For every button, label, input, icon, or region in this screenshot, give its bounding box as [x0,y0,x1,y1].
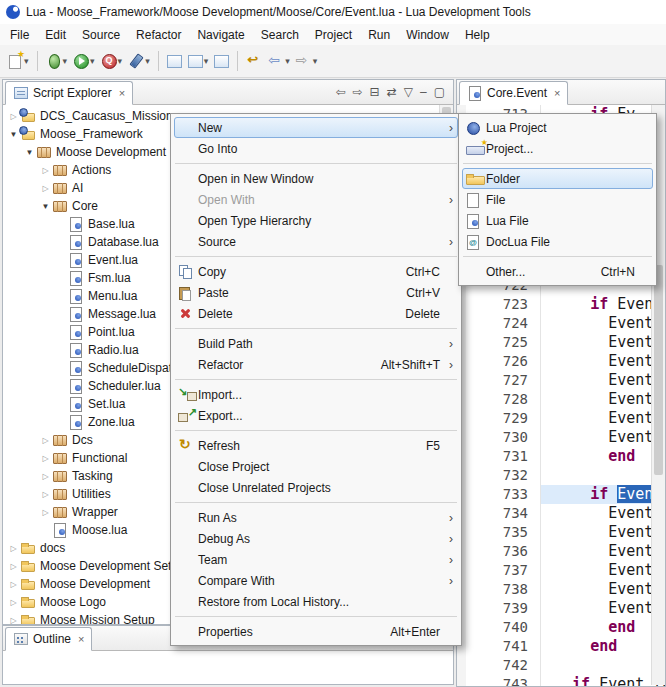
expander-icon[interactable]: ▷ [7,616,20,625]
code-line: 739 Event.I [457,599,665,618]
menu-search[interactable]: Search [253,26,307,44]
menu-item-folder[interactable]: Folder [462,168,653,189]
code-segment: Event.I [545,504,665,522]
menu-item-project[interactable]: Project... [462,138,653,159]
expander-icon[interactable]: ▷ [7,580,20,589]
back-icon[interactable]: ⇦ [335,85,345,99]
code-text: end [541,637,665,656]
menu-item-file[interactable]: File [462,189,653,210]
profile-icon[interactable]: ▾ [98,51,126,71]
menu-run[interactable]: Run [360,26,398,44]
paste-icon [177,285,198,301]
annotations-icon[interactable]: ▾ [185,51,212,71]
dropdown-icon[interactable]: ▾ [118,56,123,66]
dropdown-icon[interactable]: ▾ [204,56,209,66]
expander-icon[interactable]: ▷ [39,184,52,193]
collapse-all-icon[interactable]: ⊟ [370,85,380,99]
menu-item-build-path[interactable]: Build Path› [174,333,458,354]
new-wizard-icon[interactable]: ▾ [4,51,32,71]
menu-window[interactable]: Window [398,26,457,44]
menu-item-close-project[interactable]: Close Project [174,456,458,477]
search-flashlight-icon[interactable]: ▾ [125,51,153,71]
menu-item-close-unrelated-projects[interactable]: Close Unrelated Projects [174,477,458,498]
menu-separator [175,163,457,164]
maximize-icon[interactable]: ▢ [434,85,445,99]
last-edit-location-icon[interactable] [243,51,265,71]
menu-item-go-into[interactable]: Go Into [174,138,458,159]
menu-item-refactor[interactable]: RefactorAlt+Shift+T› [174,354,458,375]
close-icon[interactable]: × [119,87,125,99]
dropdown-icon[interactable]: ▾ [285,56,290,66]
tab-label: Script Explorer [33,86,112,100]
tree-item-label: Fsm.lua [88,271,131,285]
expander-icon[interactable]: ▼ [39,202,52,211]
link-with-editor-icon[interactable]: ⇄ [387,85,397,99]
expander-icon[interactable]: ▷ [7,562,20,571]
menu-refactor[interactable]: Refactor [128,26,189,44]
view-menu-icon[interactable]: ▽ [404,85,413,99]
menu-item-export[interactable]: Export... [174,405,458,426]
menu-item-restore-from-local-history[interactable]: Restore from Local History... [174,591,458,612]
menu-item-other[interactable]: Other...Ctrl+N [462,261,653,282]
forward-icon[interactable]: ⇨ [353,85,363,99]
menu-item-doclua-file[interactable]: DocLua File [462,231,653,252]
menu-item-label: Open in New Window [198,172,440,186]
menu-file[interactable]: File [2,26,37,44]
expander-icon[interactable]: ▼ [23,148,36,157]
menu-edit[interactable]: Edit [37,26,74,44]
menu-item-refresh[interactable]: RefreshF5 [174,435,458,456]
expander-icon[interactable]: ▷ [39,472,52,481]
dropdown-icon[interactable]: ▾ [145,56,150,66]
expander-icon[interactable]: ▷ [39,166,52,175]
menu-source[interactable]: Source [74,26,128,44]
menu-item-paste[interactable]: PasteCtrl+V [174,282,458,303]
code-segment [608,485,617,503]
code-segment [545,675,572,686]
dropdown-icon[interactable]: ▾ [90,56,95,66]
minimize-icon[interactable]: – [420,85,427,99]
scrollbar-thumb[interactable] [654,265,663,475]
pin-editor-icon[interactable] [211,51,232,71]
script-explorer-icon [13,85,29,101]
tab-outline[interactable]: Outline × [5,627,92,651]
dropdown-icon[interactable]: ▾ [313,56,318,66]
close-icon[interactable]: × [78,633,84,645]
menu-item-run-as[interactable]: Run As› [174,507,458,528]
menu-item-properties[interactable]: PropertiesAlt+Enter [174,621,458,642]
menu-item-debug-as[interactable]: Debug As› [174,528,458,549]
menu-item-open-in-new-window[interactable]: Open in New Window [174,168,458,189]
expander-icon[interactable]: ▷ [39,490,52,499]
menu-item-delete[interactable]: DeleteDelete [174,303,458,324]
debug-icon[interactable]: ▾ [43,51,71,71]
menu-item-copy[interactable]: CopyCtrl+C [174,261,458,282]
dropdown-icon[interactable]: ▾ [63,56,68,66]
expander-icon[interactable]: ▷ [39,436,52,445]
forward-icon[interactable]: ▾ [293,51,321,71]
code-line: 743 if Event.ta [457,675,665,686]
menu-item-new[interactable]: New› [174,117,458,138]
menu-navigate[interactable]: Navigate [189,26,252,44]
submenu-arrow-icon: › [440,511,455,525]
menu-item-lua-project[interactable]: Lua Project [462,117,653,138]
menu-item-source[interactable]: Source› [174,231,458,252]
expander-icon[interactable]: ▷ [7,598,20,607]
menu-item-compare-with[interactable]: Compare With› [174,570,458,591]
tab-core-event[interactable]: Core.Event × [459,81,568,105]
menu-item-import[interactable]: Import... [174,384,458,405]
open-element-icon[interactable] [164,51,185,71]
expander-icon[interactable]: ▷ [39,454,52,463]
menu-item-label: Source [198,235,440,249]
back-icon[interactable]: ▾ [265,51,293,71]
close-icon[interactable]: × [554,87,560,99]
menu-item-team[interactable]: Team› [174,549,458,570]
line-number: 724 [466,314,541,333]
expander-icon[interactable]: ▷ [39,508,52,517]
menu-item-lua-file[interactable]: Lua File [462,210,653,231]
expander-icon[interactable]: ▷ [7,544,20,553]
menu-item-open-type-hierarchy[interactable]: Open Type Hierarchy [174,210,458,231]
tab-script-explorer[interactable]: Script Explorer × [5,81,133,105]
menu-help[interactable]: Help [457,26,498,44]
menu-project[interactable]: Project [307,26,360,44]
run-icon[interactable]: ▾ [70,51,98,71]
menu-item-label: Paste [198,286,392,300]
